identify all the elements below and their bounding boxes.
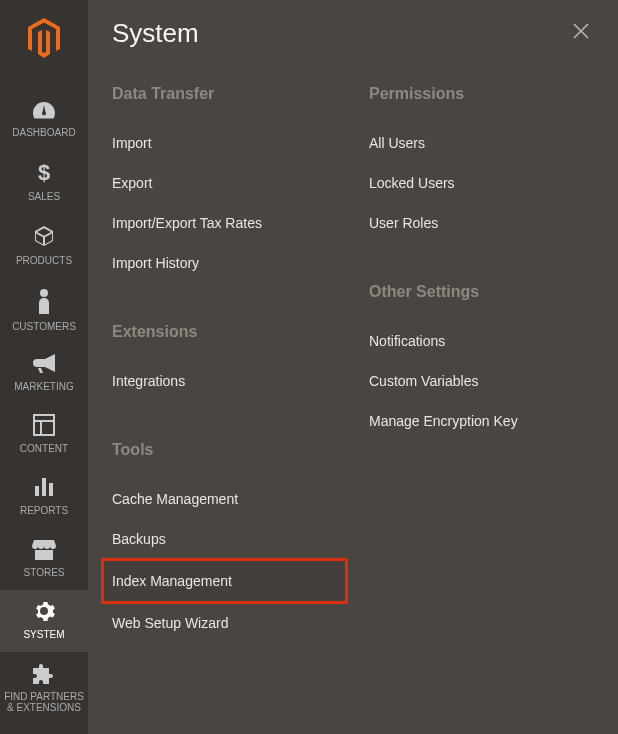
section-permissions: Permissions All Users Locked Users User … (369, 85, 594, 243)
link-all-users[interactable]: All Users (369, 123, 594, 163)
link-cache-management[interactable]: Cache Management (112, 479, 337, 519)
admin-sidebar: DASHBOARD $ SALES PRODUCTS CUSTOMERS MAR… (0, 0, 88, 734)
sidebar-item-label: MARKETING (0, 381, 88, 392)
sidebar-item-label: PRODUCTS (0, 255, 88, 266)
section-data-transfer: Data Transfer Import Export Import/Expor… (112, 85, 337, 283)
system-panel: System Data Transfer Import Export Impor… (88, 0, 618, 734)
link-custom-variables[interactable]: Custom Variables (369, 361, 594, 401)
sidebar-item-customers[interactable]: CUSTOMERS (0, 278, 88, 344)
sidebar-item-products[interactable]: PRODUCTS (0, 214, 88, 278)
panel-columns: Data Transfer Import Export Import/Expor… (112, 85, 594, 683)
svg-rect-2 (34, 415, 54, 435)
sidebar-item-label: SALES (0, 191, 88, 202)
layout-icon (0, 414, 88, 438)
megaphone-icon (0, 354, 88, 376)
link-backups[interactable]: Backups (112, 519, 337, 559)
right-column: Permissions All Users Locked Users User … (369, 85, 594, 683)
link-locked-users[interactable]: Locked Users (369, 163, 594, 203)
sidebar-item-label: SYSTEM (0, 629, 88, 640)
sidebar-item-label: CUSTOMERS (0, 321, 88, 332)
sidebar-item-dashboard[interactable]: DASHBOARD (0, 90, 88, 150)
link-manage-encryption-key[interactable]: Manage Encryption Key (369, 401, 594, 441)
sidebar-item-label: CONTENT (0, 443, 88, 454)
magento-logo[interactable] (26, 10, 62, 70)
sidebar-item-label: DASHBOARD (0, 127, 88, 138)
panel-header: System (112, 18, 594, 49)
link-import-export-tax-rates[interactable]: Import/Export Tax Rates (112, 203, 337, 243)
sidebar-item-stores[interactable]: STORES (0, 528, 88, 590)
sidebar-item-label: STORES (0, 567, 88, 578)
link-import-history[interactable]: Import History (112, 243, 337, 283)
link-notifications[interactable]: Notifications (369, 321, 594, 361)
section-extensions: Extensions Integrations (112, 323, 337, 401)
link-export[interactable]: Export (112, 163, 337, 203)
bar-chart-icon (0, 476, 88, 500)
sidebar-item-marketing[interactable]: MARKETING (0, 344, 88, 404)
gauge-icon (0, 100, 88, 122)
storefront-icon (0, 538, 88, 562)
section-heading: Other Settings (369, 283, 594, 301)
sidebar-item-content[interactable]: CONTENT (0, 404, 88, 466)
sidebar-item-label: REPORTS (0, 505, 88, 516)
person-icon (0, 288, 88, 316)
panel-title: System (112, 18, 199, 49)
section-heading: Tools (112, 441, 337, 459)
sidebar-item-reports[interactable]: REPORTS (0, 466, 88, 528)
svg-text:$: $ (38, 160, 50, 184)
section-tools: Tools Cache Management Backups Index Man… (112, 441, 337, 643)
link-user-roles[interactable]: User Roles (369, 203, 594, 243)
sidebar-item-label: FIND PARTNERS & EXTENSIONS (0, 691, 88, 713)
section-heading: Extensions (112, 323, 337, 341)
link-web-setup-wizard[interactable]: Web Setup Wizard (112, 603, 337, 643)
svg-rect-5 (35, 486, 39, 496)
sidebar-item-system[interactable]: SYSTEM (0, 590, 88, 652)
svg-point-1 (40, 289, 48, 297)
section-heading: Data Transfer (112, 85, 337, 103)
svg-rect-7 (49, 483, 53, 496)
link-import[interactable]: Import (112, 123, 337, 163)
gear-icon (0, 600, 88, 624)
left-column: Data Transfer Import Export Import/Expor… (112, 85, 337, 683)
svg-rect-6 (42, 478, 46, 496)
sidebar-item-sales[interactable]: $ SALES (0, 150, 88, 214)
section-other-settings: Other Settings Notifications Custom Vari… (369, 283, 594, 441)
link-integrations[interactable]: Integrations (112, 361, 337, 401)
box-icon (0, 224, 88, 250)
sidebar-item-partners[interactable]: FIND PARTNERS & EXTENSIONS (0, 652, 88, 725)
puzzle-icon (0, 662, 88, 686)
magento-logo-icon (26, 18, 62, 58)
link-index-management[interactable]: Index Management (102, 559, 347, 603)
dollar-icon: $ (0, 160, 88, 186)
close-button[interactable] (568, 18, 594, 49)
close-icon (572, 22, 590, 40)
section-heading: Permissions (369, 85, 594, 103)
